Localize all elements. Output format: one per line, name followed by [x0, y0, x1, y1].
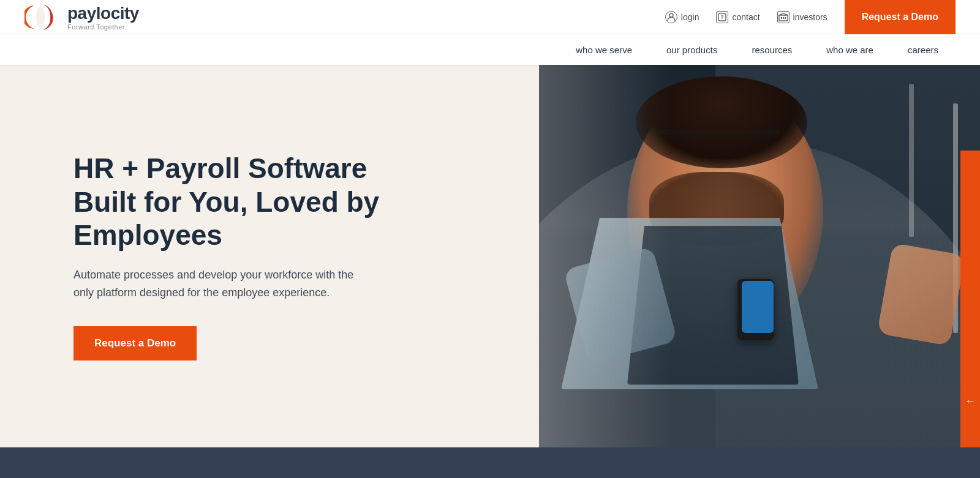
hero-content: HR + Payroll Software Built for You, Lov…	[0, 65, 539, 447]
hero-title: HR + Payroll Software Built for You, Lov…	[74, 152, 392, 252]
person-icon	[665, 11, 677, 23]
header-top-bar: paylocity Forward Together. login	[0, 0, 980, 34]
svg-text:?: ?	[721, 14, 725, 20]
svg-rect-6	[781, 17, 782, 19]
site-header: paylocity Forward Together. login	[0, 0, 980, 65]
header-top-right: login ? contact	[665, 0, 956, 34]
login-link[interactable]: login	[665, 11, 699, 23]
nav-who-we-are[interactable]: who we are	[809, 34, 891, 65]
building-icon	[777, 11, 790, 23]
hero-subtitle: Automate processes and develop your work…	[74, 266, 355, 302]
logo-icon	[24, 0, 60, 35]
svg-rect-8	[785, 17, 786, 19]
request-demo-header-button[interactable]: Request a Demo	[845, 0, 956, 34]
contact-label: contact	[732, 12, 760, 22]
hero-section: HR + Payroll Software Built for You, Lov…	[0, 65, 980, 447]
hero-image: ←	[539, 65, 980, 447]
svg-rect-7	[783, 17, 784, 19]
login-label: login	[681, 12, 699, 22]
question-icon: ?	[716, 11, 728, 23]
svg-point-1	[36, 6, 45, 28]
nav-our-products[interactable]: our products	[649, 34, 734, 65]
main-navigation: who we serve our products resources who …	[0, 34, 980, 65]
svg-point-2	[669, 13, 673, 17]
logo-name: paylocity	[67, 4, 139, 23]
contact-link[interactable]: ? contact	[716, 11, 760, 23]
investors-link[interactable]: investors	[777, 11, 827, 23]
request-demo-hero-button[interactable]: Request a Demo	[74, 326, 197, 360]
footer-strip	[0, 447, 980, 478]
left-arrow-icon: ←	[965, 395, 976, 408]
logo[interactable]: paylocity Forward Together.	[24, 0, 139, 35]
scroll-left-button[interactable]: ←	[960, 391, 980, 411]
nav-who-we-serve[interactable]: who we serve	[559, 34, 649, 65]
nav-resources[interactable]: resources	[734, 34, 809, 65]
logo-text: paylocity Forward Together.	[67, 4, 139, 31]
logo-tagline: Forward Together.	[67, 23, 139, 31]
investors-label: investors	[793, 12, 827, 22]
nav-careers[interactable]: careers	[891, 34, 956, 65]
